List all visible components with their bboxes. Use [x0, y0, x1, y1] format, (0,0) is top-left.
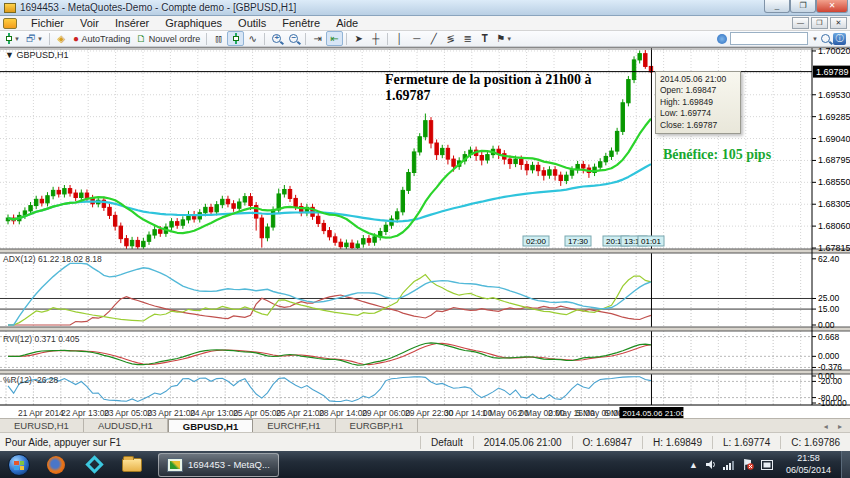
tab-scroll-arrows[interactable]: ◂ ▸ [824, 422, 846, 431]
show-desktop-button[interactable] [841, 451, 850, 478]
pane-splitter[interactable] [0, 249, 850, 253]
new-order-label: Nouvel ordre [149, 34, 201, 44]
mdi-close-button[interactable]: ✕ [830, 17, 847, 29]
menu-graphiques[interactable]: Graphiques [157, 16, 230, 30]
line-chart-button[interactable]: ∿ [244, 31, 261, 46]
community-button[interactable]: ⓘ [833, 33, 846, 45]
channel-button[interactable]: ≣ [459, 31, 476, 46]
svg-text:1.68060: 1.68060 [818, 221, 850, 231]
bar-chart-button[interactable]: ⫾⫾ [210, 31, 227, 46]
diamond-app-taskbar-icon[interactable] [82, 454, 106, 476]
autotrading-button[interactable]: ● AutoTrading [70, 31, 133, 46]
clock-time: 21:58 [797, 453, 820, 463]
arrows-button[interactable]: ⚑▼ [493, 31, 515, 46]
taskbar-clock[interactable]: 21:58 06/05/2014 [780, 453, 837, 476]
status-cell-2: O: 1.69847 [572, 436, 642, 449]
app-icon [4, 3, 16, 13]
price-axis: 1.700201.695301.692851.690401.687951.685… [812, 48, 850, 253]
title-bar[interactable]: 1694453 - MetaQuotes-Demo - Compte demo … [0, 0, 850, 16]
candlestick-chart-button[interactable] [227, 31, 244, 46]
svg-text:1.69285: 1.69285 [818, 112, 850, 122]
firefox-taskbar-icon[interactable] [44, 454, 68, 476]
menu-fenêtre[interactable]: Fenêtre [274, 16, 328, 30]
chart-area[interactable]: 1.700201.695301.692851.690401.687951.685… [0, 47, 850, 418]
search-settings-icon[interactable] [717, 34, 727, 44]
zoom-out-button[interactable]: − [285, 31, 302, 46]
menu-aide[interactable]: Aide [328, 16, 366, 30]
vertical-line-button[interactable]: │ [391, 31, 408, 46]
svg-text:0.000: 0.000 [818, 351, 840, 361]
language-icon[interactable] [761, 460, 773, 470]
profiles-icon: 🗗 [26, 34, 36, 44]
svg-text:22 Apr 13:00: 22 Apr 13:00 [61, 408, 109, 418]
svg-text:0.668: 0.668 [818, 332, 840, 342]
trendline-button[interactable]: ╱ [425, 31, 442, 46]
rvi-indicator-label: RVI(12) 0.371 0.405 [3, 334, 79, 344]
close-button[interactable]: ✕ [816, 0, 848, 13]
cursor-icon: ➤ [355, 34, 363, 44]
explorer-taskbar-icon[interactable] [120, 454, 144, 476]
svg-text:25 Apr 21:00: 25 Apr 21:00 [276, 408, 324, 418]
crosshair-button[interactable]: ┼ [367, 31, 384, 46]
svg-text:-100.00: -100.00 [818, 398, 847, 408]
metatrader-taskbar-button[interactable]: 1694453 - MetaQ... [158, 453, 279, 477]
mdi-restore-button[interactable]: ❐ [811, 17, 828, 29]
search-dropdown-icon[interactable]: ▼ [812, 36, 818, 42]
pane-splitter[interactable] [0, 370, 850, 374]
search-icon[interactable] [821, 34, 830, 43]
hidden-icons-chevron[interactable]: ▲ [689, 460, 698, 470]
text-label-button[interactable]: 𝐓 [476, 31, 493, 46]
status-cell-3: H: 1.69849 [642, 436, 712, 449]
volume-icon[interactable] [705, 459, 716, 470]
chart-tab-eurgbp[interactable]: EURGBP,H1 [336, 419, 419, 432]
mdi-minimize-button[interactable]: — [792, 17, 809, 29]
svg-text:62.40: 62.40 [818, 254, 840, 264]
menu-outils[interactable]: Outils [230, 16, 274, 30]
new-order-button[interactable]: 🗋 Nouvel ordre [133, 31, 203, 46]
svg-text:1.68550: 1.68550 [818, 177, 850, 187]
chart-tab-gbpusd[interactable]: GBPUSD,H1 [168, 419, 253, 432]
bar-chart-icon: ⫾⫾ [216, 34, 222, 44]
arrows-icon: ⚑ [496, 34, 505, 44]
line-chart-icon: ∿ [249, 34, 257, 44]
svg-text:1.67815: 1.67815 [818, 243, 850, 253]
svg-text:17:30: 17:30 [568, 237, 589, 246]
adx-indicator-label: ADX(12) 61.22 18.02 8.18 [3, 254, 102, 264]
indicator-line [8, 343, 651, 365]
chart-shift-button[interactable]: ⇤ [326, 31, 343, 46]
maximize-button[interactable]: ❐ [790, 0, 816, 13]
zoom-in-button[interactable]: + [268, 31, 285, 46]
svg-text:01:01: 01:01 [641, 237, 662, 246]
pane-grid [6, 253, 801, 327]
menu-insérer[interactable]: Insérer [107, 16, 157, 30]
mt4-logo-icon [3, 18, 17, 29]
start-button[interactable] [8, 454, 30, 476]
minimize-button[interactable]: _ [764, 0, 790, 13]
tooltip-close: Close: 1.69787 [660, 120, 736, 131]
svg-text:23 Apr 05:00: 23 Apr 05:00 [104, 408, 152, 418]
svg-text:2014.05.06 21:00: 2014.05.06 21:00 [622, 409, 685, 418]
chart-tab-eurchf[interactable]: EURCHF,H1 [253, 419, 335, 432]
cursor-button[interactable]: ➤ [350, 31, 367, 46]
channel-icon: ≣ [464, 34, 472, 44]
vertical-line-icon: │ [397, 34, 403, 44]
menu-fichier[interactable]: Fichier [23, 16, 72, 30]
auto-scroll-button[interactable]: ⇥ [309, 31, 326, 46]
pane-splitter[interactable] [0, 327, 850, 331]
search-input[interactable] [730, 32, 808, 45]
new-chart-button[interactable]: ▼ [2, 31, 23, 46]
action-center-flag-icon[interactable] [742, 459, 754, 470]
menu-voir[interactable]: Voir [72, 16, 107, 30]
chart-symbol-label: ▼ GBPUSD,H1 [5, 50, 68, 60]
chart-tab-audusd[interactable]: AUDUSD,H1 [84, 419, 168, 432]
wpr-axis: 0.00-20.00-80.00-100.00 [812, 371, 847, 408]
rvi-axis: 0.6680.000-0.376 [812, 332, 842, 373]
fibonacci-button[interactable]: ≶ [442, 31, 459, 46]
network-icon[interactable] [723, 460, 735, 470]
metaeditor-button[interactable]: ◈ [53, 31, 70, 46]
adx-axis: 62.4025.0015.000.00 [812, 254, 840, 330]
horizontal-line-button[interactable]: ─ [408, 31, 425, 46]
profiles-button[interactable]: 🗗▼ [23, 31, 46, 46]
new-order-icon: 🗋 [136, 34, 146, 44]
chart-tab-eurusd[interactable]: EURUSD,H1 [0, 419, 84, 432]
